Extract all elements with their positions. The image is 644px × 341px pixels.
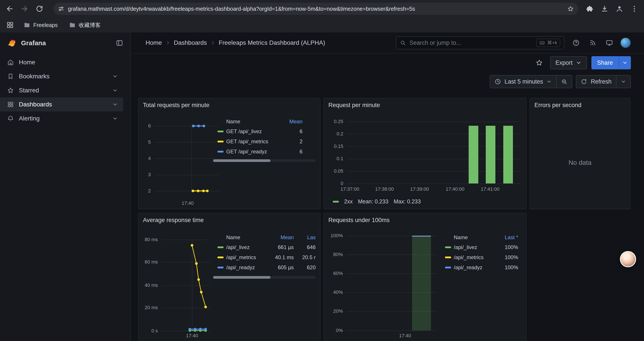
share-menu-caret[interactable] — [618, 56, 631, 69]
panel-total-requests-per-minute: Total requests per minute 6543217:40 Nam… — [138, 98, 320, 209]
series-name[interactable]: /api/_metrics — [226, 254, 268, 260]
series-name[interactable]: /api/_livez — [454, 244, 490, 250]
bookmark-folder-blog[interactable]: 收藏博客 — [66, 20, 104, 30]
series-last: 20.5 r — [294, 254, 316, 260]
sidebar-item-alerting[interactable]: Alerting — [0, 112, 123, 126]
sidebar-item-label: Alerting — [19, 115, 40, 122]
bookmark-label: Freeleaps — [33, 22, 58, 28]
downloads-icon[interactable] — [598, 2, 612, 16]
refresh-interval-caret[interactable] — [616, 76, 630, 88]
legend-row[interactable]: /api/_readyz 100% — [445, 262, 522, 272]
share-label[interactable]: Share — [592, 56, 618, 69]
legend-header-mean[interactable]: Mean — [268, 234, 294, 240]
sidebar-item-starred[interactable]: Starred — [0, 83, 123, 97]
data-point — [194, 328, 196, 330]
extensions-icon[interactable] — [582, 2, 597, 16]
browser-menu-icon[interactable] — [627, 2, 641, 16]
user-avatar[interactable] — [620, 38, 631, 48]
legend-row[interactable]: /api/_livez 100% — [445, 242, 522, 252]
x-axis-label: 17:41:00 — [477, 187, 503, 192]
legend-row[interactable]: /api/_metrics 40.1 ms 20.5 r — [218, 252, 316, 262]
legend-scrollbar[interactable] — [213, 159, 316, 162]
gridline — [347, 146, 522, 147]
favorite-star-icon[interactable] — [533, 56, 546, 69]
search-input[interactable] — [410, 40, 533, 46]
dock-menu-icon[interactable] — [116, 39, 123, 47]
legend-row[interactable]: /api/_livez 661 µs 646 — [218, 242, 316, 252]
sidebar-item-label: Bookmarks — [19, 73, 50, 80]
y-axis-label: 40 ms — [138, 283, 158, 288]
scrollbar-thumb[interactable] — [213, 159, 270, 162]
x-axis-label: 17:37:00 — [337, 187, 363, 192]
time-range-picker[interactable]: Last 5 minutes — [490, 76, 556, 88]
series-name[interactable]: GET /api/_livez — [226, 128, 278, 135]
news-rss-icon[interactable] — [587, 37, 598, 49]
help-icon[interactable] — [570, 37, 582, 49]
legend-row[interactable]: /api/_readyz 605 µs 620 — [218, 262, 316, 272]
apps-grid-icon[interactable] — [4, 19, 16, 31]
bar-chart[interactable]: 0.250.20.150.10.05017:37:0017:38:0017:39… — [324, 98, 526, 209]
forward-button[interactable] — [18, 2, 32, 16]
legend-header-last[interactable]: Las — [294, 234, 316, 240]
gridline — [154, 175, 219, 175]
series-name[interactable]: GET /api/_metrics — [226, 138, 278, 145]
export-button[interactable]: Export — [550, 56, 587, 69]
scrollbar-thumb[interactable] — [213, 276, 270, 279]
legend-row[interactable]: /api/_metrics 100% — [445, 252, 522, 262]
y-axis-label: 80% — [324, 252, 343, 257]
series-name[interactable]: /api/_readyz — [226, 264, 268, 270]
legend-header-mean[interactable]: Mean — [278, 119, 302, 125]
shortcut-label: ⌘+k — [547, 40, 557, 46]
series-name[interactable]: /api/_livez — [226, 244, 268, 250]
data-point — [204, 306, 207, 308]
gridline — [161, 285, 210, 286]
series-name[interactable]: /api/_readyz — [454, 264, 490, 270]
breadcrumb-dashboards[interactable]: Dashboards — [174, 39, 207, 46]
panel-title[interactable]: Errors per second — [534, 102, 626, 109]
refresh-button[interactable]: Refresh — [576, 76, 616, 88]
chevron-down-icon[interactable] — [112, 116, 118, 121]
series-swatch — [218, 141, 224, 142]
zoom-out-time-button[interactable] — [556, 76, 572, 88]
vgridline — [191, 126, 192, 191]
legend-row[interactable]: GET /api/_metrics 2 — [218, 137, 316, 147]
bar-chart[interactable]: 100%80%60%40%20%0%17:40 — [324, 213, 526, 341]
chevron-down-icon[interactable] — [112, 88, 118, 93]
reload-button[interactable] — [32, 2, 46, 16]
chevron-down-icon[interactable] — [112, 102, 118, 107]
assistant-avatar[interactable] — [620, 251, 636, 267]
legend-header-name[interactable]: Name — [445, 234, 490, 240]
monitor-icon[interactable] — [604, 37, 615, 49]
legend-scrollbar[interactable] — [213, 276, 316, 279]
breadcrumb-current[interactable]: Freeleaps Metrics Dashboard (ALPHA) — [219, 39, 325, 46]
search-box[interactable]: ⌘+k — [396, 36, 564, 49]
series-name[interactable]: /api/_metrics — [454, 254, 490, 260]
chevron-down-icon[interactable] — [112, 74, 118, 79]
share-button[interactable]: Share — [592, 56, 631, 69]
legend-header-name[interactable]: Name — [218, 119, 278, 125]
sidebar-item-dashboards[interactable]: Dashboards — [0, 97, 123, 112]
chevron-right-icon — [166, 40, 170, 45]
series-name[interactable]: 2xx — [344, 198, 353, 205]
legend-row[interactable]: GET /api/_livez 6 — [218, 126, 316, 137]
y-axis-label: 0.05 — [324, 169, 343, 174]
series-line — [193, 190, 207, 191]
url-text[interactable]: grafana.mathmast.com/d/deytv4rwavabkb/fr… — [68, 6, 564, 12]
y-axis-label: 0.2 — [324, 131, 343, 137]
breadcrumb-home[interactable]: Home — [146, 39, 162, 46]
address-bar[interactable]: grafana.mathmast.com/d/deytv4rwavabkb/fr… — [54, 3, 578, 15]
bookmark-folder-freeleaps[interactable]: Freeleaps — [20, 21, 61, 30]
series-swatch — [218, 256, 224, 258]
profile-avatar[interactable] — [612, 2, 626, 16]
gridline — [161, 331, 210, 331]
sidebar-item-home[interactable]: Home — [0, 55, 123, 69]
legend-header-last[interactable]: Last * — [490, 234, 518, 240]
back-button[interactable] — [3, 2, 17, 16]
grafana-logo[interactable] — [7, 38, 17, 48]
bookmark-star-icon[interactable] — [567, 6, 574, 12]
legend-row[interactable]: GET /api/_readyz 6 — [218, 147, 316, 157]
series-name[interactable]: GET /api/_readyz — [226, 149, 278, 155]
site-settings-icon[interactable] — [58, 6, 64, 12]
legend-header-name[interactable]: Name — [218, 234, 268, 240]
sidebar-item-bookmarks[interactable]: Bookmarks — [0, 69, 123, 83]
